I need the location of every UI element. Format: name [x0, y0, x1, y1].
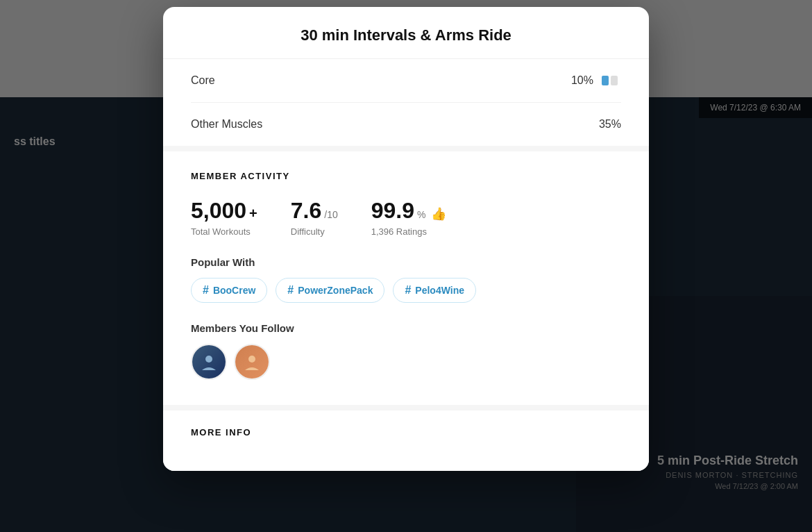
stat-label-workouts: Total Workouts [191, 226, 257, 237]
muscle-right-other: 35% [599, 118, 621, 131]
stat-ratings: 99.9% 👍 1,396 Ratings [371, 198, 447, 237]
stat-value-ratings: 99.9% 👍 [371, 198, 447, 224]
avatars-row [191, 344, 621, 380]
member-activity-section: MEMBER ACTIVITY 5,000+ Total Workouts 7.… [163, 146, 649, 405]
members-follow-label: Members You Follow [191, 322, 621, 334]
svg-point-11 [205, 356, 212, 363]
muscle-label-core: Core [191, 74, 215, 87]
more-info-section: MORE INFO [163, 405, 649, 471]
stat-value-workouts: 5,000+ [191, 198, 257, 224]
hashtag-icon-2: # [287, 284, 294, 297]
modal-header: 30 min Intervals & Arms Ride [163, 7, 649, 59]
muscle-row-core: Core 10% [191, 59, 621, 103]
muscles-section: Core 10% Other Muscles 35% [163, 59, 649, 146]
member-avatar-1[interactable] [191, 344, 227, 380]
muscle-bar-seg-2 [611, 76, 618, 85]
modal-dialog: 30 min Intervals & Arms Ride Core 10% Ot… [163, 7, 649, 471]
popular-with-section: Popular With # BooCrew # PowerZonePack #… [191, 256, 621, 303]
more-info-heading: MORE INFO [191, 427, 621, 438]
svg-point-12 [248, 356, 255, 363]
hashtag-icon-3: # [405, 284, 411, 297]
stat-label-difficulty: Difficulty [291, 226, 338, 237]
modal-backdrop: 30 min Intervals & Arms Ride Core 10% Ot… [0, 0, 812, 532]
muscle-bar-seg-1 [602, 76, 609, 85]
tags-row: # BooCrew # PowerZonePack # Pelo4Wine [191, 278, 621, 303]
muscle-label-other: Other Muscles [191, 118, 262, 131]
tag-powerzone[interactable]: # PowerZonePack [276, 278, 384, 303]
tag-pelo4wine[interactable]: # Pelo4Wine [393, 278, 476, 303]
stat-label-ratings: 1,396 Ratings [371, 226, 447, 237]
muscle-bar-core [602, 76, 621, 85]
muscle-row-other: Other Muscles 35% [191, 103, 621, 146]
member-activity-heading: MEMBER ACTIVITY [191, 171, 621, 181]
stats-row: 5,000+ Total Workouts 7.6/10 Difficulty … [191, 198, 621, 237]
members-follow-section: Members You Follow [191, 322, 621, 380]
tag-boocrew[interactable]: # BooCrew [191, 278, 267, 303]
stat-difficulty: 7.6/10 Difficulty [291, 198, 338, 237]
modal-title: 30 min Intervals & Arms Ride [191, 26, 621, 44]
muscle-percent-other: 35% [599, 118, 621, 131]
hashtag-icon-1: # [203, 284, 209, 297]
member-avatar-2[interactable] [234, 344, 270, 380]
thumbs-up-icon: 👍 [431, 206, 446, 222]
muscle-percent-core: 10% [571, 74, 593, 87]
stat-value-difficulty: 7.6/10 [291, 198, 338, 224]
popular-with-label: Popular With [191, 256, 621, 268]
stat-total-workouts: 5,000+ Total Workouts [191, 198, 257, 237]
muscle-right-core: 10% [571, 74, 621, 87]
